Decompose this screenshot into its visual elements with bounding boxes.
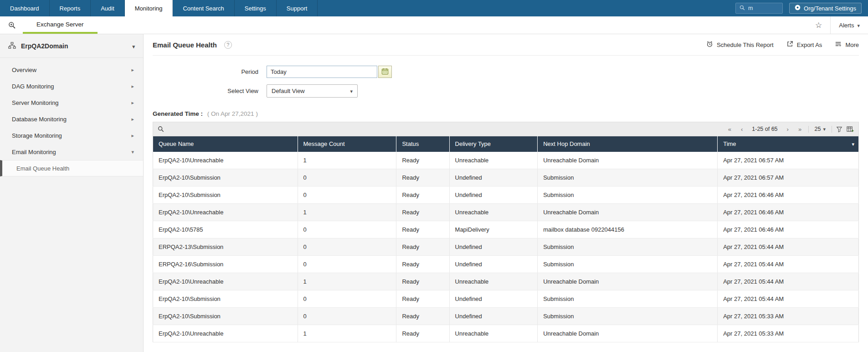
cell-message-count: 1 — [298, 204, 396, 221]
filter-icon[interactable] — [836, 126, 842, 132]
chevron-right-icon — [131, 116, 134, 122]
calendar-button[interactable] — [378, 66, 392, 78]
sidebar-item-storage-monitoring[interactable]: Storage Monitoring — [0, 127, 143, 144]
sidebar-item-database-monitoring[interactable]: Database Monitoring — [0, 111, 143, 127]
gear-icon — [795, 5, 801, 12]
cell-next-hop-domain: Submission — [538, 290, 718, 308]
top-nav-right: m Org/Tenant Settings — [735, 0, 868, 16]
nav-tab-support[interactable]: Support — [277, 0, 318, 16]
search-icon — [740, 5, 745, 12]
export-icon — [786, 41, 793, 49]
sidebar-item-label: Overview — [12, 67, 36, 73]
cell-queue-name: ErpQA2-10\Unreachable — [153, 325, 298, 342]
page-size-select[interactable]: 25 — [813, 126, 827, 132]
col-header-queue-name[interactable]: Queue Name — [153, 136, 298, 152]
col-header-next-hop-domain[interactable]: Next Hop Domain — [538, 136, 718, 152]
domain-selector[interactable]: ErpQA2Domain — [0, 34, 143, 58]
nav-tab-dashboard[interactable]: Dashboard — [0, 0, 50, 16]
export-as-button[interactable]: Export As — [786, 41, 822, 49]
col-header-time[interactable]: Time▾ — [718, 136, 859, 152]
table-row: ErpQA2-10\Unreachable 1 Ready Unreachabl… — [153, 273, 859, 290]
cell-time: Apr 27, 2021 06:46 AM — [718, 186, 859, 204]
cell-message-count: 1 — [298, 325, 396, 342]
cell-delivery-type: MapiDelivery — [449, 221, 538, 238]
cell-queue-name: ErpQA2-10\Unreachable — [153, 204, 298, 221]
more-list-icon — [835, 41, 842, 49]
global-search-value: m — [748, 5, 753, 11]
select-view-label: Select View — [153, 88, 267, 94]
more-button[interactable]: More — [835, 41, 859, 49]
main-content: Email Queue Health ? Schedule This Repor… — [144, 34, 868, 352]
prev-page-button[interactable]: ‹ — [738, 126, 746, 133]
table-row: ERPQA2-13\Submission 0 Ready Undefined S… — [153, 238, 859, 256]
sidebar-item-overview[interactable]: Overview — [0, 62, 143, 78]
sidebar-item-label: Server Monitoring — [12, 99, 59, 106]
cell-next-hop-domain: Unreachable Domain — [538, 204, 718, 221]
cell-next-hop-domain: mailbox database 0922044156 — [538, 221, 718, 238]
first-page-button[interactable]: « — [725, 126, 734, 133]
global-search-input[interactable]: m — [735, 3, 783, 14]
nav-tab-reports[interactable]: Reports — [50, 0, 91, 16]
chevron-down-icon — [132, 42, 135, 50]
chevron-down-icon — [350, 88, 353, 94]
cell-delivery-type: Undefined — [449, 256, 538, 273]
cell-queue-name: ErpQA2-10\Submission — [153, 308, 298, 325]
next-page-button[interactable]: › — [784, 126, 792, 133]
last-page-button[interactable]: » — [796, 126, 804, 133]
cell-status: Ready — [396, 152, 449, 169]
cell-delivery-type: Unreachable — [449, 273, 538, 290]
module-search-icon[interactable] — [0, 16, 23, 34]
chevron-down-icon — [131, 149, 134, 155]
cell-time: Apr 27, 2021 05:33 AM — [718, 325, 859, 342]
email-queue-table: Queue Name Message Count Status Delivery… — [153, 136, 859, 342]
column-chooser-icon[interactable] — [847, 126, 854, 133]
sidebar-item-dag-monitoring[interactable]: DAG Monitoring — [0, 78, 143, 94]
page-title: Email Queue Health — [153, 41, 217, 49]
sidebar-item-label: Email Monitoring — [12, 149, 56, 155]
cell-next-hop-domain: Submission — [538, 186, 718, 204]
sidebar-subitem-email-queue-health[interactable]: Email Queue Health — [0, 160, 143, 176]
col-header-delivery-type[interactable]: Delivery Type — [449, 136, 538, 152]
view-select[interactable]: Default View — [267, 84, 358, 98]
top-nav-tabs: Dashboard Reports Audit Monitoring Conte… — [0, 0, 318, 16]
schedule-report-label: Schedule This Report — [717, 41, 774, 48]
table-body: ErpQA2-10\Unreachable 1 Ready Unreachabl… — [153, 152, 859, 342]
domain-tree-icon — [8, 42, 16, 50]
toolbar-divider — [832, 126, 832, 133]
select-view-row: Select View Default View — [153, 84, 859, 98]
help-icon[interactable]: ? — [224, 41, 232, 49]
favorite-star-icon[interactable]: ☆ — [807, 21, 830, 30]
schedule-report-button[interactable]: Schedule This Report — [706, 41, 774, 49]
calendar-icon — [381, 68, 389, 76]
report-actions: Schedule This Report Export As More — [706, 41, 859, 49]
alerts-dropdown[interactable]: Alerts — [831, 22, 868, 29]
period-label: Period — [153, 68, 267, 75]
sidebar-item-email-monitoring[interactable]: Email Monitoring — [0, 144, 143, 160]
cell-time: Apr 27, 2021 06:46 AM — [718, 204, 859, 221]
table-search-icon[interactable] — [158, 126, 164, 132]
chevron-right-icon — [131, 133, 134, 139]
table-row: ErpQA2-10\Submission 0 Ready Undefined S… — [153, 186, 859, 204]
tab-exchange-server[interactable]: Exchange Server — [23, 16, 98, 34]
app-root: Dashboard Reports Audit Monitoring Conte… — [0, 0, 868, 352]
cell-message-count: 0 — [298, 221, 396, 238]
org-tenant-settings-button[interactable]: Org/Tenant Settings — [789, 3, 862, 14]
cell-queue-name: ErpQA2-10\Submission — [153, 186, 298, 204]
sidebar-item-label: Storage Monitoring — [12, 132, 62, 139]
toolbar-divider — [808, 126, 809, 133]
nav-tab-settings[interactable]: Settings — [235, 0, 277, 16]
nav-tab-monitoring[interactable]: Monitoring — [125, 0, 173, 16]
table-row: ErpQA2-10\5785 0 Ready MapiDelivery mail… — [153, 221, 859, 238]
period-row: Period — [153, 66, 859, 78]
table-row: ErpQA2-10\Unreachable 1 Ready Unreachabl… — [153, 152, 859, 169]
period-input[interactable] — [267, 66, 377, 78]
table-toolbar: « ‹ 1-25 of 65 › » 25 — [153, 122, 859, 136]
col-header-message-count[interactable]: Message Count — [298, 136, 396, 152]
sort-desc-icon[interactable]: ▾ — [852, 141, 854, 147]
sidebar-item-server-monitoring[interactable]: Server Monitoring — [0, 94, 143, 111]
nav-tab-content-search[interactable]: Content Search — [173, 0, 234, 16]
nav-tab-audit[interactable]: Audit — [91, 0, 125, 16]
cell-time: Apr 27, 2021 06:46 AM — [718, 221, 859, 238]
export-as-label: Export As — [797, 41, 822, 48]
col-header-status[interactable]: Status — [396, 136, 449, 152]
